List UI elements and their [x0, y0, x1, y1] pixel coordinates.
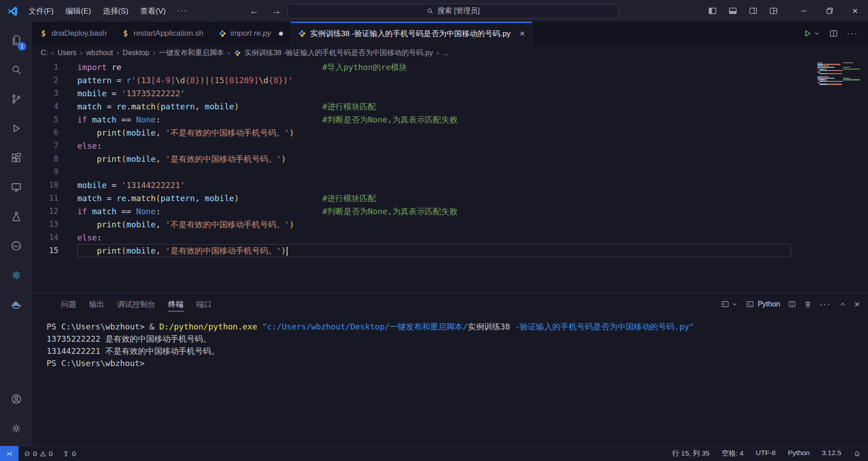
ports-status[interactable]: 0 — [57, 446, 81, 461]
line-number: 3 — [32, 87, 77, 100]
activity-json[interactable]: Json — [0, 231, 32, 260]
menu-edit[interactable]: 编辑(E) — [60, 0, 97, 22]
new-terminal-button[interactable] — [721, 300, 738, 308]
more-actions-icon[interactable]: ··· — [847, 28, 858, 38]
kill-terminal-icon[interactable] — [804, 300, 812, 308]
close-panel-icon[interactable]: × — [854, 299, 860, 310]
breadcrumb-segment[interactable]: 一键发布和重启脚本 — [159, 48, 224, 58]
command-center-search[interactable]: 搜索 [管理员] — [288, 4, 618, 19]
json-icon: Json — [10, 240, 22, 252]
code-line[interactable]: 15 print(mobile, '是有效的中国移动手机号码。') — [32, 244, 868, 257]
panel-tab-terminal[interactable]: 终端 — [162, 294, 190, 315]
activity-source-control[interactable] — [0, 84, 32, 113]
minimap[interactable] — [817, 62, 862, 85]
menu-selection[interactable]: 选择(S) — [97, 0, 134, 22]
code-line[interactable]: 5if match == None: #判断是否为None,为真表示匹配失败 — [32, 113, 868, 126]
code-line[interactable]: 11match = re.match(pattern, mobile) #进行模… — [32, 192, 868, 205]
maximize-panel-icon[interactable] — [839, 300, 847, 308]
breadcrumb-segment[interactable]: wbzhout — [86, 49, 113, 57]
line-content: pattern = r'(13[4-9]\d{8})|(15[01289]\d{… — [77, 74, 791, 87]
tab-1[interactable]: $dnaDeploy.bash — [32, 22, 114, 45]
tab-4[interactable]: 实例训练38 -验证输入的手机号码是否为中国移动的号码.py× — [291, 22, 533, 45]
menu-more-button[interactable]: ··· — [172, 6, 193, 15]
tab-3[interactable]: import re.py — [211, 22, 291, 45]
breadcrumb-segment[interactable]: Users — [57, 49, 76, 57]
panel-tab-output[interactable]: 输出 — [83, 294, 111, 315]
line-content: print(mobile, '不是有效的中国移动手机号码。') — [77, 126, 791, 139]
breadcrumb-file[interactable]: 实例训练38 -验证输入的手机号码是否为中国移动的号码.py — [245, 48, 433, 58]
code-line[interactable]: 10mobile = '13144222221' — [32, 179, 868, 192]
code-line[interactable]: 13 print(mobile, '不是有效的中国移动手机号码。') — [32, 218, 868, 231]
active-terminal-item[interactable]: Python — [746, 300, 780, 308]
code-line[interactable]: 6 print(mobile, '不是有效的中国移动手机号码。') — [32, 126, 868, 139]
restore-button[interactable] — [816, 0, 842, 22]
code-line[interactable]: 8 print(mobile, '是有效的中国移动手机号码。') — [32, 152, 868, 165]
tab-2[interactable]: $restartApplication.sh — [114, 22, 211, 45]
split-terminal-icon[interactable] — [788, 300, 796, 308]
toggle-sidebar-icon[interactable] — [708, 6, 717, 15]
activity-run-debug[interactable] — [0, 113, 32, 143]
panel-tab-ports[interactable]: 端口 — [190, 294, 218, 315]
terminal-profile-label: Python — [758, 300, 780, 308]
status-indentation[interactable]: 空格: 4 — [722, 449, 743, 458]
gear-circle-icon — [10, 269, 22, 281]
activity-testing[interactable] — [0, 202, 32, 231]
activity-bar-top: 1Json — [0, 25, 32, 319]
tab-label: restartApplication.sh — [134, 29, 203, 38]
notifications-bell-icon[interactable] — [854, 450, 861, 457]
run-python-file-button[interactable] — [802, 28, 821, 38]
activity-docker[interactable] — [0, 290, 32, 319]
breadcrumb-segment[interactable]: Desktop — [123, 49, 149, 57]
split-editor-icon[interactable] — [829, 29, 838, 38]
panel-tab-debug-console[interactable]: 调试控制台 — [111, 294, 162, 315]
activity-gear-extension[interactable] — [0, 260, 32, 290]
toggle-panel-icon[interactable] — [728, 6, 737, 15]
close-window-button[interactable]: × — [842, 0, 868, 22]
window-controls: × — [708, 0, 868, 22]
activity-search[interactable] — [0, 55, 32, 84]
panel-header: 问题输出调试控制台终端端口 Python ··· — [32, 294, 868, 315]
tab-close-button[interactable]: × — [519, 28, 525, 39]
modified-dot-icon — [279, 32, 283, 36]
toggle-secondary-sidebar-icon[interactable] — [749, 6, 758, 15]
activity-extensions[interactable] — [0, 143, 32, 172]
menu-view[interactable]: 查看(V) — [134, 0, 172, 22]
customize-layout-icon[interactable] — [769, 6, 778, 15]
status-encoding[interactable]: UTF-8 — [756, 449, 776, 458]
activity-remote-explorer[interactable] — [0, 172, 32, 202]
chevron-right-icon: › — [52, 49, 54, 57]
code-line[interactable]: 14else: — [32, 231, 868, 244]
line-number: 11 — [32, 192, 77, 205]
source-control-icon — [10, 93, 22, 105]
code-line[interactable]: 4match = re.match(pattern, mobile) #进行模块… — [32, 100, 868, 113]
code-line[interactable]: 3mobile = '13735222222' — [32, 87, 868, 100]
activity-explorer[interactable]: 1 — [0, 25, 32, 55]
line-number: 14 — [32, 231, 77, 244]
vscode-logo-icon — [7, 5, 18, 17]
panel-tab-problems[interactable]: 问题 — [55, 294, 83, 315]
menu-file[interactable]: 文件(F) — [23, 0, 60, 22]
code-line[interactable]: 2pattern = r'(13[4-9]\d{8})|(15[01289]\d… — [32, 74, 868, 87]
activity-accounts[interactable] — [0, 384, 32, 414]
minimize-button[interactable] — [791, 0, 816, 22]
ports-count: 0 — [72, 450, 76, 458]
nav-back-button[interactable]: ← — [250, 5, 259, 16]
remote-indicator[interactable] — [0, 446, 19, 461]
panel-more-actions-icon[interactable]: ··· — [820, 299, 831, 309]
breadcrumb-segment[interactable]: C: — [41, 49, 48, 57]
status-cursor-position[interactable]: 行 15, 列 35 — [672, 449, 710, 458]
breadcrumb-more[interactable]: ... — [443, 49, 448, 57]
code-line[interactable]: 12if match == None: #判断是否为None,为真表示匹配失败 — [32, 205, 868, 218]
status-python-version[interactable]: 3.12.5 — [822, 449, 841, 458]
problems-status[interactable]: 0 0 — [19, 446, 57, 461]
shell-icon: $ — [39, 29, 47, 38]
code-line[interactable]: 1import re #导入python的re模块 — [32, 61, 868, 74]
code-line[interactable]: 7else: — [32, 139, 868, 152]
line-number: 10 — [32, 179, 77, 192]
terminal-output[interactable]: PS C:\Users\wbzhout> & D:/python/python.… — [32, 315, 868, 446]
remote-explorer-icon — [10, 181, 22, 193]
nav-forward-button[interactable]: → — [272, 5, 281, 16]
activity-settings[interactable] — [0, 414, 32, 443]
status-language-mode[interactable]: Python — [788, 449, 810, 458]
code-line[interactable]: 9 — [32, 165, 868, 179]
